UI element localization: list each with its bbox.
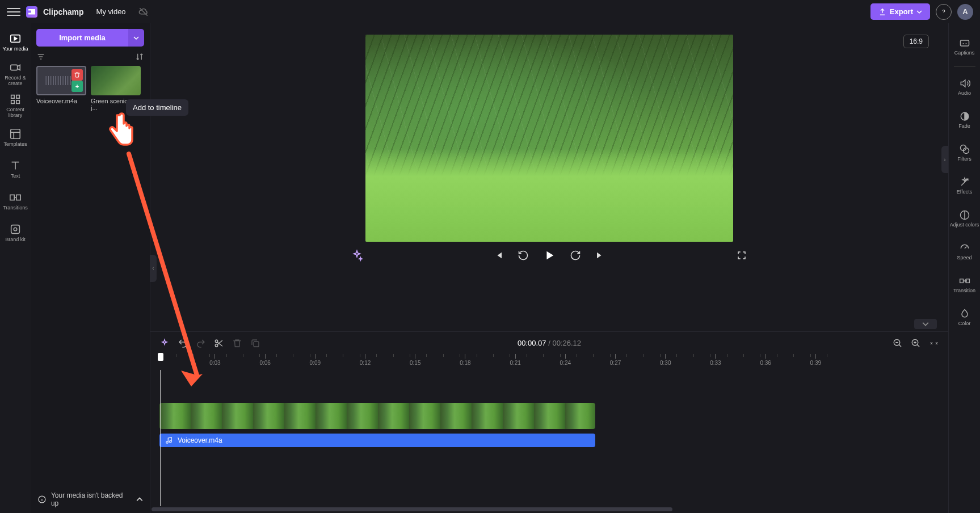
transition-icon — [959, 275, 970, 287]
media-item-name: Voiceover.m4a — [36, 98, 86, 104]
nav-label: Content library — [6, 107, 24, 119]
media-thumbnail — [91, 66, 141, 95]
export-button[interactable]: Export — [870, 3, 930, 20]
svg-rect-7 — [16, 195, 20, 200]
chevron-down-icon — [916, 9, 922, 15]
preview-canvas[interactable] — [365, 35, 733, 242]
prop-label: Speed — [957, 255, 971, 260]
sync-off-icon — [138, 7, 149, 17]
nav-content-library[interactable]: Content library — [1, 90, 30, 121]
fullscreen-button[interactable] — [735, 249, 748, 262]
filter-icon[interactable] — [36, 52, 45, 61]
nav-text[interactable]: Text — [1, 154, 30, 184]
speed-icon — [959, 242, 970, 254]
expand-timeline-button[interactable] — [914, 319, 937, 329]
media-item-audio[interactable]: + Voiceover.m4a — [36, 66, 86, 111]
prop-transition[interactable]: Transition — [950, 269, 979, 300]
brand-icon — [9, 223, 22, 236]
prop-label: Transition — [953, 288, 975, 293]
brand-name: Clipchamp — [43, 7, 84, 16]
prop-label: Effects — [957, 190, 972, 195]
collapse-right-panel-button[interactable]: › — [941, 146, 948, 173]
ai-enhance-button[interactable] — [351, 249, 363, 262]
zoom-in-button[interactable] — [911, 338, 921, 348]
ruler-tick: 0:36 — [760, 354, 771, 370]
prop-label: Adjust colors — [950, 222, 979, 228]
captions-icon — [959, 37, 970, 49]
project-name[interactable]: My video — [90, 5, 133, 18]
sort-icon[interactable] — [135, 52, 144, 61]
duplicate-button[interactable] — [250, 338, 260, 348]
backup-message: Your media isn't backed up — [51, 491, 132, 507]
nav-transitions[interactable]: Transitions — [1, 186, 30, 216]
scroll-thumb[interactable] — [152, 507, 672, 511]
prop-label: Fade — [958, 124, 970, 129]
nav-brand-kit[interactable]: Brand kit — [1, 217, 30, 248]
nav-record-create[interactable]: Record & create — [1, 58, 30, 89]
redo-button[interactable] — [196, 338, 206, 348]
video-clip[interactable] — [159, 403, 595, 429]
prop-filters[interactable]: Filters — [950, 137, 979, 168]
delete-media-button[interactable] — [71, 69, 83, 81]
seek-end-button[interactable] — [594, 249, 607, 262]
import-media-dropdown[interactable] — [128, 29, 144, 47]
nav-templates[interactable]: Templates — [1, 122, 30, 153]
nav-your-media[interactable]: Your media — [1, 27, 30, 57]
ruler-tick: 0:39 — [810, 354, 821, 370]
duration: 00:26.12 — [552, 339, 581, 347]
chevron-up-icon — [136, 496, 143, 503]
ruler-tick: 0:21 — [510, 354, 520, 370]
tooltip-add-to-timeline: Add to timeline — [126, 99, 188, 116]
delete-button[interactable] — [232, 338, 242, 348]
timeline-tracks[interactable]: Voiceover.m4a — [150, 370, 948, 506]
play-button[interactable] — [542, 248, 557, 263]
svg-rect-32 — [960, 279, 963, 283]
forward-button[interactable] — [569, 249, 582, 262]
rewind-button[interactable] — [517, 249, 529, 262]
prop-captions[interactable]: Captions — [950, 31, 979, 62]
chevron-down-icon — [922, 321, 929, 327]
nav-label: Templates — [3, 142, 27, 148]
svg-rect-19 — [254, 342, 259, 347]
prop-speed[interactable]: Speed — [950, 236, 979, 267]
auto-enhance-button[interactable] — [159, 338, 170, 348]
seek-start-button[interactable] — [492, 249, 504, 262]
undo-button[interactable] — [178, 338, 188, 348]
svg-line-22 — [899, 344, 901, 347]
svg-rect-27 — [960, 40, 969, 46]
record-icon — [9, 61, 22, 74]
svg-rect-8 — [11, 225, 20, 233]
annotation-cursor-icon — [104, 110, 138, 155]
media-icon — [9, 32, 22, 45]
timeline-ruler[interactable]: 0:030:060:090:120:150:180:210:240:270:30… — [150, 354, 948, 370]
playhead-time: 00:00.07 / 00:26.12 — [518, 339, 581, 347]
aspect-ratio-button[interactable]: 16:9 — [903, 35, 929, 48]
prop-effects[interactable]: Effects — [950, 170, 979, 201]
zoom-out-button[interactable] — [893, 338, 903, 348]
timeline-scroll-x[interactable] — [150, 506, 948, 513]
filters-icon — [959, 144, 970, 155]
ruler-tick: 0:06 — [259, 354, 270, 370]
menu-button[interactable] — [7, 5, 20, 19]
trash-icon — [74, 72, 81, 78]
collapse-media-panel-button[interactable]: ‹ — [150, 255, 157, 282]
fit-timeline-button[interactable] — [929, 338, 939, 348]
adjust-icon — [959, 209, 970, 221]
prop-fade[interactable]: Fade — [950, 104, 979, 135]
prop-color[interactable]: Color — [950, 302, 979, 333]
help-button[interactable] — [936, 4, 952, 20]
user-avatar[interactable]: A — [957, 4, 973, 20]
chevron-down-icon — [133, 35, 139, 41]
prop-audio[interactable]: Audio — [950, 72, 979, 102]
prop-label: Audio — [958, 91, 971, 96]
split-button[interactable] — [214, 338, 224, 348]
import-media-button[interactable]: Import media — [36, 29, 128, 47]
add-to-timeline-button[interactable]: + — [71, 81, 83, 92]
backup-status-bar[interactable]: Your media isn't backed up — [31, 486, 150, 513]
audio-icon — [959, 78, 970, 89]
audio-clip[interactable]: Voiceover.m4a — [159, 434, 595, 447]
prop-adjust-colors[interactable]: Adjust colors — [950, 203, 979, 234]
timeline[interactable]: 0:030:060:090:120:150:180:210:240:270:30… — [150, 354, 948, 513]
playhead-handle[interactable] — [158, 353, 163, 361]
ruler-tick: 0:12 — [360, 354, 371, 370]
